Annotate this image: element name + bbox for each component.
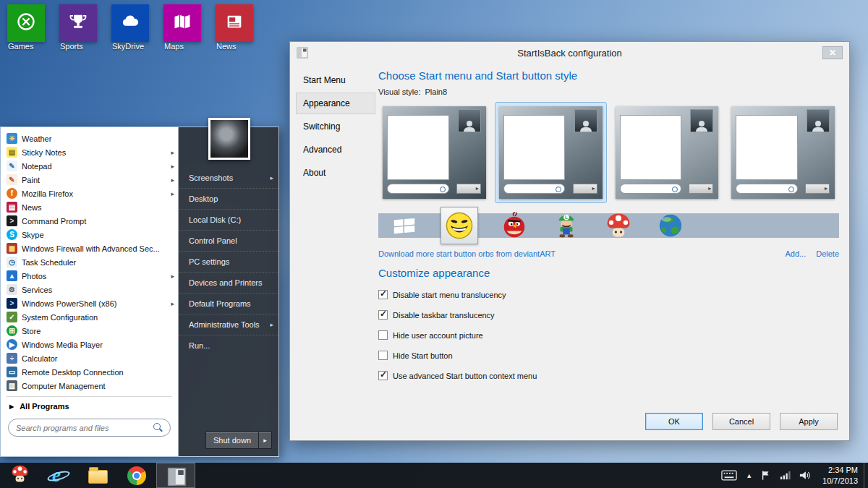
apply-button[interactable]: Apply: [780, 413, 838, 430]
shutdown-options-arrow[interactable]: ▸: [259, 432, 272, 449]
search-input[interactable]: [16, 424, 149, 432]
action-center-flag-icon[interactable]: [761, 470, 771, 481]
nav-appearance[interactable]: Appearance: [296, 93, 375, 114]
preview-avatar-icon: [574, 109, 597, 132]
delete-orb-link[interactable]: Delete: [816, 249, 839, 258]
touch-keyboard-icon[interactable]: [721, 470, 737, 481]
start-menu-item-default-programs[interactable]: Default Programs: [179, 294, 278, 314]
start-menu-item-photos[interactable]: ▲Photos: [1, 269, 178, 283]
start-menu-item-screenshots[interactable]: Screenshots: [179, 168, 278, 189]
start-menu-item-services[interactable]: ⚙Services: [1, 283, 178, 296]
start-menu-item-run[interactable]: Run...: [179, 335, 278, 356]
orb-links-row: Download more start button orbs from dev…: [378, 249, 839, 258]
nav-switching[interactable]: Switching: [296, 116, 375, 137]
windows-logo-orb[interactable]: [388, 210, 420, 241]
start-menu-item-remote-desktop[interactable]: ▭Remote Desktop Connection: [1, 365, 178, 379]
start-menu-item-command-prompt[interactable]: >Command Prompt: [1, 214, 178, 228]
option-disable-startmenu-translucency[interactable]: Disable start menu translucency: [378, 290, 839, 299]
search-box[interactable]: [8, 419, 171, 437]
start-menu-item-paint[interactable]: ✎Paint: [1, 173, 178, 187]
services-gear-icon: ⚙: [7, 284, 17, 295]
date: 10/7/2013: [822, 476, 858, 487]
tile-news[interactable]: News: [216, 4, 253, 42]
preview-shutdown-button: [805, 184, 830, 194]
awesome-smiley-orb[interactable]: [441, 207, 478, 244]
start-menu-item-devices-printers[interactable]: Devices and Printers: [179, 273, 278, 294]
all-programs-button[interactable]: ▶ All Programs: [1, 397, 178, 416]
media-player-icon: ▶: [7, 339, 17, 350]
notepad-icon: ✎: [7, 160, 17, 171]
start-menu-item-computer-management[interactable]: ▥Computer Management: [1, 379, 178, 393]
angry-bird-orb[interactable]: [498, 210, 530, 241]
chrome-button[interactable]: [117, 463, 156, 488]
preview-shutdown-button: [456, 184, 481, 194]
checkbox[interactable]: [378, 371, 388, 380]
close-icon[interactable]: ✕: [822, 46, 843, 59]
volume-icon[interactable]: [799, 470, 811, 481]
tile-skydrive[interactable]: SkyDrive: [111, 4, 149, 42]
option-disable-taskbar-translucency[interactable]: Disable taskbar translucency: [378, 310, 839, 320]
start-menu-item-notepad[interactable]: ✎Notepad: [1, 159, 178, 173]
start-menu-item-administrative-tools[interactable]: Administrative Tools: [179, 314, 278, 335]
internet-explorer-button[interactable]: e: [39, 463, 78, 488]
add-orb-link[interactable]: Add...: [785, 249, 806, 258]
start-menu-item-firewall[interactable]: ▦Windows Firewall with Advanced Sec...: [1, 241, 178, 255]
ok-button[interactable]: OK: [645, 413, 703, 430]
file-explorer-button[interactable]: [78, 463, 117, 488]
checkbox[interactable]: [378, 330, 388, 340]
style-thumbnail-2[interactable]: [495, 102, 607, 203]
nav-advanced[interactable]: Advanced: [296, 139, 375, 160]
tile-maps[interactable]: Maps: [163, 4, 201, 42]
start-button[interactable]: [0, 463, 39, 488]
start-menu-item-calculator[interactable]: ÷Calculator: [1, 351, 178, 365]
start-menu-item-pc-settings[interactable]: PC settings: [179, 252, 278, 273]
checkbox[interactable]: [378, 290, 388, 299]
paint-icon: ✎: [7, 174, 17, 185]
tile-games[interactable]: Games: [7, 4, 45, 42]
clock[interactable]: 2:34 PM 10/7/2013: [820, 465, 858, 487]
start-menu-item-desktop[interactable]: Desktop: [179, 189, 278, 210]
style-thumbnail-4[interactable]: [727, 102, 839, 203]
network-icon[interactable]: [780, 470, 791, 481]
all-programs-arrow-icon: ▶: [9, 403, 14, 410]
show-hidden-icons-chevron[interactable]: ▲: [746, 472, 752, 479]
nav-start-menu[interactable]: Start Menu: [296, 69, 375, 91]
shutdown-button[interactable]: Shut down: [205, 432, 259, 449]
style-thumbnail-1[interactable]: [378, 102, 490, 203]
startisback-taskbar-button[interactable]: [156, 463, 195, 488]
visual-style-value[interactable]: Plain8: [425, 87, 448, 96]
start-menu-item-sticky-notes[interactable]: ▤Sticky Notes: [1, 145, 178, 159]
option-hide-user-account-picture[interactable]: Hide user account picture: [378, 330, 839, 340]
start-menu-item-store[interactable]: ⊞Store: [1, 324, 178, 338]
show-desktop-button[interactable]: [864, 463, 868, 488]
nav-about[interactable]: About: [296, 162, 375, 184]
super-mushroom-orb[interactable]: [603, 210, 634, 241]
user-avatar[interactable]: [208, 118, 250, 160]
time: 2:34 PM: [822, 465, 858, 476]
option-advanced-context-menu[interactable]: Use advanced Start button context menu: [378, 371, 839, 380]
option-hide-start-button[interactable]: Hide Start button: [378, 351, 839, 360]
tile-sports[interactable]: Sports: [59, 4, 97, 42]
start-menu-item-weather[interactable]: ☀Weather: [1, 132, 178, 145]
start-menu-preview: [616, 106, 719, 199]
start-menu-item-control-panel[interactable]: Control Panel: [179, 231, 278, 252]
checkbox[interactable]: [378, 351, 388, 360]
preview-shutdown-button: [573, 184, 597, 194]
start-menu-item-skype[interactable]: SSkype: [1, 228, 178, 241]
start-menu-item-system-configuration[interactable]: ✓System Configuration: [1, 310, 178, 324]
internet-explorer-icon: e: [48, 466, 69, 486]
checkbox[interactable]: [378, 310, 388, 320]
cancel-button[interactable]: Cancel: [712, 413, 770, 430]
download-orbs-link[interactable]: Download more start button orbs from dev…: [378, 249, 556, 258]
luigi-orb[interactable]: L: [550, 210, 582, 241]
style-thumbnail-3[interactable]: [611, 102, 723, 203]
globe-orb[interactable]: [655, 210, 686, 241]
firewall-icon: ▦: [7, 243, 17, 254]
titlebar[interactable]: StartIsBack configuration ✕: [290, 42, 849, 64]
start-menu-item-news[interactable]: ▤News: [1, 200, 178, 214]
start-menu-item-powershell[interactable]: >Windows PowerShell (x86): [1, 296, 178, 310]
start-menu-item-media-player[interactable]: ▶Windows Media Player: [1, 338, 178, 351]
start-menu-item-firefox[interactable]: fMozilla Firefox: [1, 187, 178, 200]
start-menu-item-local-disk[interactable]: Local Disk (C:): [179, 210, 278, 231]
start-menu-item-task-scheduler[interactable]: ◷Task Scheduler: [1, 255, 178, 269]
